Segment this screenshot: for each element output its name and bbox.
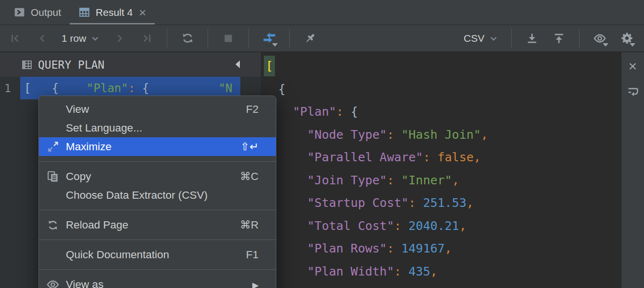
menu-icon-placeholder xyxy=(46,188,60,203)
toolbar-separator xyxy=(248,29,249,48)
dropdown-arrow-icon xyxy=(603,43,608,47)
code-line: "Plan Width": 435, xyxy=(264,260,621,283)
stop-icon xyxy=(222,32,235,45)
context-menu: ViewF2Set Language...Maximize⇧↵Copy⌘CCho… xyxy=(38,96,276,288)
next-row-button xyxy=(112,31,127,46)
tab-result-4-label: Result 4 xyxy=(96,7,133,18)
table-grid-icon xyxy=(78,6,90,18)
menu-item-view[interactable]: ViewF2 xyxy=(39,100,276,119)
gear-button[interactable] xyxy=(619,31,634,46)
menu-icon-placeholder xyxy=(46,121,60,135)
download-button[interactable] xyxy=(524,31,540,46)
toolbar-separator xyxy=(289,29,290,48)
terminal-icon xyxy=(13,6,25,18)
code-line: "Join Type": "Inner", xyxy=(264,169,621,192)
value-editor[interactable]: [ { "Plan": { "Node Type": "Hash Join", … xyxy=(261,52,621,288)
toolbar-left-group: 1 row xyxy=(8,29,318,48)
menu-item-shortcut: F2 xyxy=(246,103,259,116)
download-icon xyxy=(526,32,538,45)
column-header-label: QUERY PLAN xyxy=(38,59,104,71)
copy-icon xyxy=(46,169,60,184)
menu-item-label: Reload Page xyxy=(66,219,230,231)
dropdown-arrow-icon xyxy=(630,43,635,47)
menu-icon-placeholder xyxy=(46,102,60,117)
toolbar-separator xyxy=(167,29,167,48)
toolbar-right-group: CSV xyxy=(464,29,636,48)
menu-separator xyxy=(39,269,276,270)
column-sort-icon[interactable] xyxy=(235,60,240,68)
next-row-icon xyxy=(113,32,126,45)
menu-separator xyxy=(39,161,276,162)
menu-item-label: Quick Documentation xyxy=(66,249,236,261)
code-line: "Plan Rows": 149167, xyxy=(264,237,621,260)
menu-separator xyxy=(39,210,276,210)
menu-item-view-as[interactable]: View as▶ xyxy=(39,275,276,288)
code-line: [ xyxy=(264,55,621,78)
menu-item-label: View xyxy=(66,103,236,116)
refresh-icon xyxy=(181,32,194,45)
menu-item-choose-data-extractor-csv[interactable]: Choose Data Extractor (CSV) xyxy=(39,186,276,204)
chevron-down-icon xyxy=(488,33,499,44)
row-count-selector[interactable]: 1 row xyxy=(62,33,100,44)
toolbar-separator xyxy=(511,29,512,48)
eye-button[interactable] xyxy=(592,31,607,46)
code-line: "Total Cost": 2040.21, xyxy=(264,215,621,238)
code-line: "Node Type": "Hash Join", xyxy=(264,123,621,146)
toolbar-separator xyxy=(579,29,580,48)
menu-item-label: Copy xyxy=(66,170,230,183)
toolbar-separator xyxy=(208,29,208,48)
menu-item-set-language[interactable]: Set Language... xyxy=(39,119,276,137)
tab-output-label: Output xyxy=(31,7,61,18)
prev-row-icon xyxy=(36,32,49,45)
code-line: { xyxy=(264,78,621,101)
upload-icon xyxy=(553,32,565,45)
menu-item-quick-documentation[interactable]: Quick DocumentationF1 xyxy=(39,245,276,264)
eye-icon xyxy=(46,277,60,288)
pin-icon xyxy=(304,32,317,45)
menu-item-reload-page[interactable]: Reload Page⌘R xyxy=(39,216,276,234)
tab-output[interactable]: Output xyxy=(5,0,70,24)
menu-item-label: View as xyxy=(66,278,252,288)
code-line: "Startup Cost": 251.53, xyxy=(264,192,621,215)
row-count-selector-value: 1 row xyxy=(62,33,86,44)
refresh-button[interactable] xyxy=(180,31,195,46)
menu-item-label: Maximize xyxy=(66,141,231,153)
first-row-button xyxy=(8,31,23,46)
stop-button xyxy=(221,31,236,46)
menu-item-label: Set Language... xyxy=(66,122,259,134)
submenu-arrow-icon: ▶ xyxy=(252,278,259,288)
upload-button[interactable] xyxy=(551,31,567,46)
tab-bar: Output Result 4 × xyxy=(0,0,644,25)
menu-item-shortcut: ⌘C xyxy=(240,170,259,183)
first-row-icon xyxy=(9,32,22,45)
soft-wrap-icon[interactable] xyxy=(626,85,640,98)
extractor-format-selector-value: CSV xyxy=(464,33,484,44)
editor-side-toolbar: × xyxy=(621,52,644,288)
prev-row-button xyxy=(35,31,50,46)
menu-separator xyxy=(39,240,276,240)
dropdown-arrow-icon xyxy=(272,43,278,47)
menu-icon-placeholder xyxy=(46,248,60,262)
tab-result-4[interactable]: Result 4 × xyxy=(70,0,155,24)
results-tool-window: Output Result 4 × 1 row CSV QUERY PLAN 1… xyxy=(0,0,644,288)
row-number: 1 xyxy=(0,77,20,99)
code-line: "Parallel Aware": false, xyxy=(264,146,621,169)
compare-button[interactable] xyxy=(261,31,277,46)
menu-item-maximize[interactable]: Maximize⇧↵ xyxy=(39,137,276,156)
close-icon[interactable]: × xyxy=(629,59,637,73)
result-toolbar: 1 row CSV xyxy=(0,25,644,52)
reload-icon xyxy=(46,218,60,232)
menu-item-shortcut: ⇧↵ xyxy=(240,140,259,153)
last-row-button xyxy=(139,31,154,46)
menu-item-shortcut: F1 xyxy=(246,249,259,261)
tab-close-icon[interactable]: × xyxy=(139,6,146,19)
chevron-down-icon xyxy=(90,33,100,44)
menu-item-label: Choose Data Extractor (CSV) xyxy=(66,189,259,202)
menu-item-copy[interactable]: Copy⌘C xyxy=(39,167,276,186)
table-column-icon xyxy=(21,59,33,71)
code-line: "Plan": { xyxy=(264,100,621,123)
last-row-icon xyxy=(140,32,153,45)
pin-button[interactable] xyxy=(302,31,318,46)
column-header-query-plan[interactable]: QUERY PLAN xyxy=(0,52,261,77)
extractor-format-selector[interactable]: CSV xyxy=(464,33,499,44)
